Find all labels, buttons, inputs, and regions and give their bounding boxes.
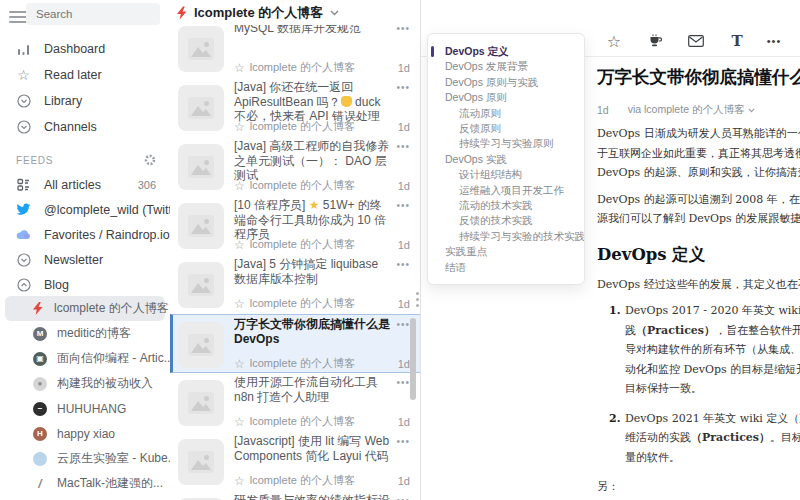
toc-item[interactable]: 结语: [428, 260, 584, 275]
star-icon[interactable]: ☆: [234, 61, 245, 75]
more-icon[interactable]: •••: [396, 141, 410, 152]
sidebar-item-channels[interactable]: Channels: [0, 114, 170, 140]
star-icon[interactable]: ☆: [605, 32, 623, 50]
article-list: MySQL 数据库开发规范 ••• ☆ lcomplete 的个人博客 1d […: [170, 25, 420, 500]
toc-item[interactable]: DevOps 原则: [428, 90, 584, 105]
toc-item[interactable]: DevOps 原则与实践: [428, 75, 584, 90]
star-icon[interactable]: ☆: [234, 474, 245, 488]
toc-item[interactable]: 反馈的技术实践: [428, 213, 584, 228]
feed-item-lcomplete-blog[interactable]: lcomplete 的个人博客: [5, 296, 165, 321]
article-list-item[interactable]: [Javascript] 使用 lit 编写 Web Components 简化…: [170, 432, 420, 491]
sidebar-item-blog[interactable]: Blog: [0, 272, 170, 297]
article-source: via lcomplete 的个人博客: [628, 103, 745, 117]
more-icon[interactable]: •••: [396, 377, 410, 388]
gear-icon[interactable]: [144, 154, 156, 166]
feed-label: @lcomplete_wild (Twitt...: [44, 203, 170, 217]
article-list-column: lcomplete 的个人博客 MySQL 数据库开发规范 ••• ☆ lcom…: [170, 0, 421, 500]
feed-favicon: [33, 452, 47, 466]
sidebar-item-library[interactable]: Library: [0, 88, 170, 114]
more-icon[interactable]: •••: [396, 259, 410, 270]
lightning-icon: [177, 6, 187, 20]
article-source: lcomplete 的个人博客: [250, 296, 355, 311]
coffee-icon[interactable]: [646, 32, 664, 50]
article-list-item[interactable]: [Java] 你还在统一返回 ApiResultBean 吗？ duck 不必，…: [170, 78, 420, 137]
feed-favicon: ▣: [33, 352, 47, 366]
feed-favicon: ●: [33, 377, 47, 391]
feed-label: 云原生实验室 - Kube...: [57, 450, 170, 467]
article-list-item[interactable]: 万字长文带你彻底搞懂什么是 DevOps ••• ☆ lcomplete 的个人…: [170, 314, 420, 373]
article-thumbnail: [178, 144, 224, 190]
feed-item-huhuhang[interactable]: − HUHUHANG: [5, 396, 165, 421]
toc-item[interactable]: 流动原则: [428, 106, 584, 121]
sidebar-item-raindrop[interactable]: Favorites / Raindrop.io: [0, 222, 170, 247]
more-icon[interactable]: •••: [396, 25, 410, 34]
typography-icon[interactable]: T: [728, 32, 746, 50]
sidebar-item-read-later[interactable]: ☆ Read later: [0, 62, 170, 88]
sidebar-nav: Dashboard ☆ Read later Library Channels: [0, 36, 170, 140]
toc-item[interactable]: DevOps 定义: [428, 44, 584, 59]
paragraph: DevOps 的起源可以追溯到 2008 年，在一次源我们可以了解到 DevOp…: [597, 190, 800, 229]
article-list-item[interactable]: [10 倍程序员] ★ 51W+ 的终端命令行工具助你成为 10 倍程序员 ••…: [170, 196, 420, 255]
article-title: [Java] 高级工程师的自我修养之单元测试（一）： DAO 层测试: [234, 139, 390, 183]
toc-item[interactable]: 持续学习与实验的技术实践: [428, 229, 584, 244]
chevron-down-icon[interactable]: [330, 10, 339, 16]
article-title: [10 倍程序员] ★ 51W+ 的终端命令行工具助你成为 10 倍程序员: [234, 198, 390, 242]
toc-item[interactable]: DevOps 实践: [428, 152, 584, 167]
article-list-item[interactable]: [Java] 5 分钟搞定 liquibase 数据库版本控制 ••• ☆ lc…: [170, 255, 420, 314]
toc-item[interactable]: 反馈原则: [428, 121, 584, 136]
list-scrollbar-thumb[interactable]: [410, 318, 416, 400]
article-thumbnail: [178, 262, 224, 308]
star-icon[interactable]: ☆: [234, 357, 245, 371]
more-icon[interactable]: •••: [765, 32, 783, 50]
star-icon[interactable]: ☆: [234, 297, 245, 311]
sidebar-item-newsletter[interactable]: Newsletter: [0, 247, 170, 272]
article-source: lcomplete 的个人博客: [250, 60, 355, 75]
article-age: 1d: [597, 104, 609, 116]
star-icon[interactable]: ☆: [234, 415, 245, 429]
toc-item[interactable]: 实践重点: [428, 244, 584, 259]
list-number: 1.: [609, 301, 620, 321]
more-icon[interactable]: •••: [396, 319, 410, 330]
article-title: [Java] 你还在统一返回 ApiResultBean 吗？ duck 不必，…: [234, 80, 390, 124]
section-heading: DevOps 定义: [597, 242, 800, 268]
sidebar-item-dashboard[interactable]: Dashboard: [0, 36, 170, 62]
menu-icon[interactable]: [9, 8, 27, 22]
more-icon[interactable]: •••: [396, 436, 410, 447]
article-source-dropdown[interactable]: via lcomplete 的个人博客: [628, 103, 756, 117]
star-icon[interactable]: ☆: [234, 179, 245, 193]
star-icon[interactable]: ☆: [234, 238, 245, 252]
envelope-icon[interactable]: [687, 32, 705, 50]
feed-header: lcomplete 的个人博客: [170, 0, 420, 25]
toc-item[interactable]: DevOps 发展背景: [428, 59, 584, 74]
column-resize-grip[interactable]: [416, 292, 420, 310]
article-meta: ☆ lcomplete 的个人博客 1d: [234, 473, 410, 488]
toc-item[interactable]: 持续学习与实验原则: [428, 136, 584, 151]
search-input[interactable]: [26, 8, 160, 20]
sidebar-item-twitter-feed[interactable]: @lcomplete_wild (Twitt... 264: [0, 197, 170, 222]
more-icon[interactable]: •••: [396, 495, 410, 500]
article-source: lcomplete 的个人博客: [250, 473, 355, 488]
toc-item[interactable]: 运维融入项目开发工作: [428, 183, 584, 198]
article-list-item[interactable]: MySQL 数据库开发规范 ••• ☆ lcomplete 的个人博客 1d: [170, 25, 420, 78]
feed-header-title[interactable]: lcomplete 的个人博客: [194, 4, 323, 22]
feed-item-cloud-native-lab[interactable]: 云原生实验室 - Kube...: [5, 446, 165, 471]
feed-item-passive-income[interactable]: ● 构建我的被动收入: [5, 371, 165, 396]
article-list-item[interactable]: [Java] 高级工程师的自我修养之单元测试（一）： DAO 层测试 ••• ☆…: [170, 137, 420, 196]
sidebar-item-all-articles[interactable]: All articles 306: [0, 172, 170, 197]
feed-item-meditic[interactable]: M meditic的博客: [5, 321, 165, 346]
toc-item[interactable]: 流动的技术实践: [428, 198, 584, 213]
article-list-item[interactable]: 研发质量与效率的绩效指标设计 ••• ☆: [170, 491, 420, 500]
toc-item[interactable]: 设计组织结构: [428, 167, 584, 182]
more-icon[interactable]: •••: [396, 82, 410, 93]
feed-label: Favorites / Raindrop.io: [44, 228, 170, 242]
feed-item-happy-xiao[interactable]: H happy xiao: [5, 421, 165, 446]
article-thumbnail: [178, 85, 224, 131]
article-meta: ☆ lcomplete 的个人博客 1d: [234, 119, 410, 134]
sidebar-item-label: Library: [44, 94, 82, 108]
article-list-item[interactable]: 使用开源工作流自动化工具 n8n 打造个人助理 ••• ☆ lcomplete …: [170, 373, 420, 432]
more-icon[interactable]: •••: [396, 200, 410, 211]
star-icon[interactable]: ☆: [234, 120, 245, 134]
feed-item-mactalk[interactable]: / MacTalk-池建强的...: [5, 471, 165, 496]
feed-item-draveness[interactable]: ▣ 面向信仰编程 - Artic...: [5, 346, 165, 371]
article-meta: ☆ lcomplete 的个人博客 1d: [234, 296, 410, 311]
